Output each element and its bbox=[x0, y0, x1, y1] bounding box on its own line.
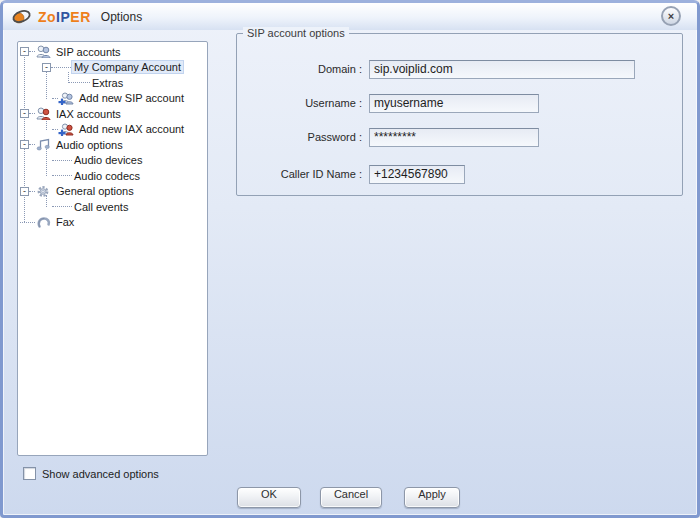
iax-accounts-icon bbox=[35, 107, 51, 120]
zoiper-logo-icon bbox=[11, 8, 32, 25]
caller-id-row: Caller ID Name : bbox=[237, 164, 465, 184]
show-advanced-options-label[interactable]: Show advanced options bbox=[42, 468, 159, 480]
tree-item-fax[interactable]: Fax bbox=[18, 215, 207, 231]
close-icon[interactable]: × bbox=[661, 6, 681, 26]
zoiper-logo-text: ZoIPER bbox=[38, 9, 91, 25]
tree-item-label: My Company Account bbox=[71, 60, 184, 74]
password-label: Password : bbox=[237, 131, 369, 143]
tree-item-general-options[interactable]: - General options bbox=[18, 184, 207, 200]
tree-connector bbox=[68, 82, 90, 83]
title-bar: ZoIPER Options × bbox=[3, 3, 697, 30]
tree-connector bbox=[52, 206, 72, 207]
username-label: Username : bbox=[237, 97, 369, 109]
collapse-icon[interactable]: - bbox=[20, 140, 29, 149]
username-input[interactable] bbox=[369, 94, 539, 113]
show-advanced-options-row: Show advanced options bbox=[23, 467, 159, 480]
collapse-icon[interactable]: - bbox=[20, 47, 29, 56]
domain-input[interactable] bbox=[369, 60, 635, 79]
domain-label: Domain : bbox=[237, 63, 369, 75]
tree-item-label: Audio options bbox=[54, 139, 125, 151]
add-sip-account-icon bbox=[58, 92, 74, 105]
tree-item-label: General options bbox=[54, 185, 136, 197]
apply-button[interactable]: Apply bbox=[404, 487, 460, 508]
tree-item-label: Add new IAX account bbox=[77, 123, 186, 135]
domain-row: Domain : bbox=[237, 59, 635, 79]
tree-item-iax-accounts[interactable]: - IAX accounts bbox=[18, 106, 207, 122]
collapse-icon[interactable]: - bbox=[42, 63, 51, 72]
caller-id-label: Caller ID Name : bbox=[237, 168, 369, 180]
tree-item-extras[interactable]: Extras bbox=[18, 75, 207, 91]
options-window: ZoIPER Options × - SIP accounts bbox=[0, 0, 700, 518]
tree-item-label: Audio codecs bbox=[72, 170, 142, 182]
tree-item-label: IAX accounts bbox=[54, 108, 123, 120]
password-row: Password : bbox=[237, 127, 539, 147]
sip-accounts-icon bbox=[35, 45, 51, 58]
tree-item-label: Audio devices bbox=[72, 154, 145, 166]
window-title: Options bbox=[101, 10, 142, 24]
tree-item-label: Fax bbox=[54, 216, 76, 228]
tree-item-label: Call events bbox=[72, 201, 130, 213]
fax-icon bbox=[35, 216, 51, 229]
group-title: SIP account options bbox=[243, 27, 349, 39]
tree-item-add-new-sip-account[interactable]: Add new SIP account bbox=[18, 91, 207, 107]
general-options-icon bbox=[35, 185, 51, 198]
tree-item-sip-accounts[interactable]: - SIP accounts bbox=[18, 44, 207, 60]
tree-item-label: SIP accounts bbox=[54, 46, 123, 58]
tree-connector bbox=[52, 160, 72, 161]
tree-item-my-company-account[interactable]: - My Company Account bbox=[18, 60, 207, 76]
cancel-button[interactable]: Cancel bbox=[320, 487, 382, 508]
tree-connector bbox=[20, 222, 35, 223]
sip-account-options-group: SIP account options Domain : Username : … bbox=[236, 33, 683, 196]
caller-id-input[interactable] bbox=[369, 165, 465, 184]
tree-item-audio-codecs[interactable]: Audio codecs bbox=[18, 168, 207, 184]
show-advanced-options-checkbox[interactable] bbox=[23, 467, 36, 480]
tree-item-add-new-iax-account[interactable]: Add new IAX account bbox=[18, 122, 207, 138]
collapse-icon[interactable]: - bbox=[20, 109, 29, 118]
tree-connector bbox=[52, 175, 72, 176]
ok-button[interactable]: OK bbox=[237, 487, 301, 508]
tree-item-audio-devices[interactable]: Audio devices bbox=[18, 153, 207, 169]
collapse-icon[interactable]: - bbox=[20, 187, 29, 196]
tree-item-audio-options[interactable]: - Audio options bbox=[18, 137, 207, 153]
tree-connector bbox=[51, 67, 71, 68]
audio-options-icon bbox=[35, 138, 51, 151]
password-input[interactable] bbox=[369, 128, 539, 147]
tree-item-label: Add new SIP account bbox=[77, 92, 186, 104]
username-row: Username : bbox=[237, 93, 539, 113]
options-tree: - SIP accounts - My Company Account Extr bbox=[17, 41, 208, 456]
tree-item-call-events[interactable]: Call events bbox=[18, 199, 207, 215]
tree-item-label: Extras bbox=[90, 77, 125, 89]
add-iax-account-icon bbox=[58, 123, 74, 136]
